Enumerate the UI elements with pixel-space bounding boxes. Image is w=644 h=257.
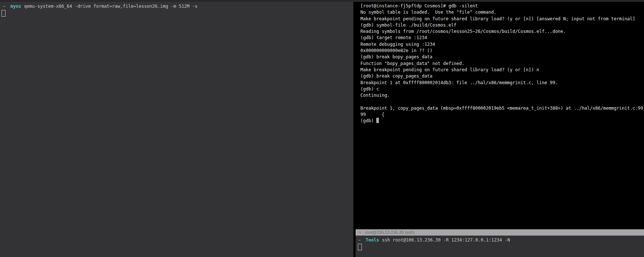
gdb-prompt-text: (gdb) xyxy=(360,118,376,123)
gdb-output-line xyxy=(360,99,644,105)
ssh-tunnel-command-text: ssh root@106.13.236.30 -R 1234:127.0.0.1… xyxy=(382,237,510,243)
gdb-output-line: Make breakpoint pending on future shared… xyxy=(360,67,644,73)
gdb-output-line: (gdb) break copy_pages_data xyxy=(360,73,644,79)
gdb-output-line: Make breakpoint pending on future shared… xyxy=(360,16,644,22)
gdb-output-line: 99 { xyxy=(360,112,644,118)
gdb-output-line: 0x000000000000e82e in ?? () xyxy=(360,48,644,54)
terminal-cursor xyxy=(358,244,362,250)
ssh-tab-bar[interactable]: × root@106.13.236.30 (ssh) xyxy=(356,229,644,236)
gdb-output-line: (gdb) c xyxy=(360,86,644,92)
close-icon[interactable]: × xyxy=(359,229,362,236)
gdb-output-line: (gdb) target remote :1234 xyxy=(360,35,644,41)
shell-prompt-line: →myosqemu-system-x86_64 -drive format=ra… xyxy=(3,3,353,10)
prompt-arrow-icon: → xyxy=(3,4,5,9)
prompt-arrow-icon: → xyxy=(358,237,360,243)
gdb-output-line: [root@instance-fj5pftdp Cosmos]# gdb -si… xyxy=(360,3,644,9)
gdb-prompt-line: (gdb) xyxy=(360,118,644,124)
gdb-output-line: Function "bopy_pages_data" not defined. xyxy=(360,61,644,67)
shell-prompt-line: →Toolsssh root@106.13.236.30 -R 1234:127… xyxy=(358,237,644,243)
gdb-output: [root@instance-fj5pftdp Cosmos]# gdb -si… xyxy=(360,3,644,118)
gdb-output-line: (gdb) symbol-file ./build/Cosmos.elf xyxy=(360,22,644,28)
terminal-window: →myosqemu-system-x86_64 -drive format=ra… xyxy=(0,0,644,257)
gdb-output-line: Remote debugging using :1234 xyxy=(360,41,644,48)
ssh-tab-title: root@106.13.236.30 (ssh) xyxy=(365,229,414,236)
gdb-terminal-pane[interactable]: [root@instance-fj5pftdp Cosmos]# gdb -si… xyxy=(353,2,644,229)
gdb-output-line: Continuing. xyxy=(360,92,644,99)
gdb-output-line: Reading symbols from /root/cosmos/lesson… xyxy=(360,28,644,35)
terminal-cursor xyxy=(1,10,6,17)
prompt-context-label: myos xyxy=(10,4,21,9)
gdb-output-line: (gdb) break bopy_pages_data xyxy=(360,54,644,60)
gdb-output-line: No symbol table is loaded. Use the "file… xyxy=(360,9,644,16)
gdb-output-line: Breakpoint 1, copy_pages_data (mbsp=0xff… xyxy=(360,105,644,112)
ssh-tunnel-terminal-pane[interactable]: →Toolsssh root@106.13.236.30 -R 1234:127… xyxy=(356,236,644,257)
gdb-output-line: Breakpoint 1 at 0xffff800002014db3: file… xyxy=(360,80,644,86)
gdb-block-cursor xyxy=(376,118,379,123)
right-terminal-column: [root@instance-fj5pftdp Cosmos]# gdb -si… xyxy=(353,2,644,257)
prompt-context-label: Tools xyxy=(366,237,379,243)
left-terminal-pane[interactable]: →myosqemu-system-x86_64 -drive format=ra… xyxy=(0,2,353,257)
qemu-command-text: qemu-system-x86_64 -drive format=raw,fil… xyxy=(24,4,198,9)
